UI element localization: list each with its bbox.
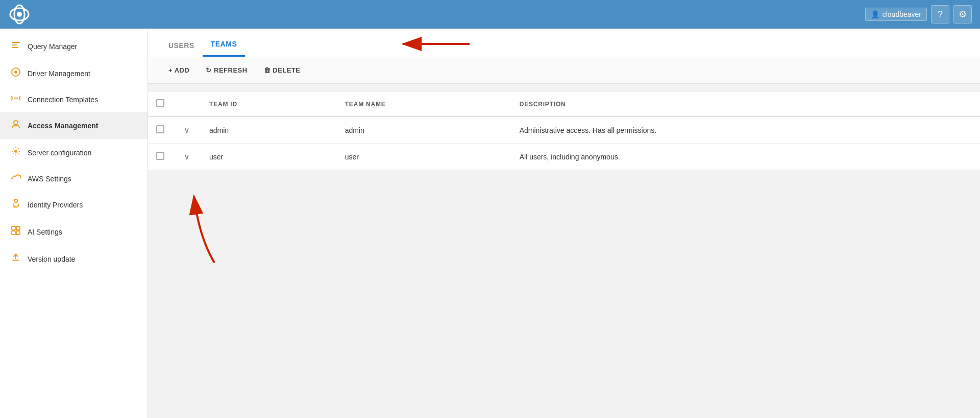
user-menu-button[interactable]: 👤 cloudbeaver (865, 8, 927, 21)
tab-teams-label: TEAMS (211, 40, 237, 48)
sidebar-item-label-access-management: Access Management (28, 122, 99, 130)
expand-chevron-admin[interactable]: ∨ (181, 124, 193, 136)
teams-table: TEAM ID TEAM NAME DESCRIPTION (148, 92, 980, 170)
sidebar-item-label-aws-settings: AWS Settings (28, 175, 71, 183)
logo (8, 3, 31, 26)
toolbar: + ADD ↻ REFRESH 🗑 DELETE (148, 57, 980, 84)
col-header-expand (173, 92, 201, 117)
settings-button[interactable]: ⚙ (953, 5, 972, 24)
sidebar-item-label-connection-templates: Connection Templates (28, 96, 98, 104)
delete-button[interactable]: 🗑 DELETE (256, 62, 309, 78)
access-management-icon (10, 119, 21, 132)
row-check-admin[interactable] (148, 117, 173, 144)
svg-rect-16 (12, 260, 19, 261)
svg-rect-12 (12, 226, 15, 230)
sidebar-item-identity-providers[interactable]: Identity Providers (0, 191, 148, 218)
sidebar-item-connection-templates[interactable]: Connection Templates (0, 87, 148, 112)
refresh-button[interactable]: ↻ REFRESH (198, 62, 255, 78)
table-row: ∨ admin admin Administrative access. Has… (148, 117, 980, 144)
ai-settings-icon (10, 225, 21, 238)
svg-point-11 (14, 199, 17, 202)
driver-management-icon (10, 67, 21, 80)
row-team-name-user: user (337, 144, 511, 170)
server-configuration-icon (10, 146, 21, 159)
col-header-description: DESCRIPTION (511, 92, 980, 117)
row-checkbox-user[interactable] (156, 152, 164, 160)
svg-rect-4 (12, 44, 17, 45)
row-description-admin: Administrative access. Has all permissio… (511, 117, 980, 144)
sidebar-item-driver-management[interactable]: Driver Management (0, 60, 148, 87)
layout: Query Manager Driver Management Connecti… (0, 29, 980, 418)
svg-rect-15 (16, 231, 20, 235)
logo-icon (8, 3, 31, 26)
sidebar-item-version-update[interactable]: Version update (0, 245, 148, 272)
version-update-icon (10, 252, 21, 265)
annotation-arrow-chevron (179, 186, 240, 270)
row-team-id-admin: admin (201, 117, 337, 144)
add-button[interactable]: + ADD (160, 62, 198, 78)
sidebar-item-label-version-update: Version update (28, 255, 75, 263)
select-all-checkbox[interactable] (156, 99, 164, 107)
header: 👤 cloudbeaver ? ⚙ (0, 0, 980, 29)
tab-teams[interactable]: TEAMS (203, 40, 246, 57)
svg-point-9 (14, 121, 18, 125)
svg-point-10 (14, 150, 17, 153)
row-checkbox-admin[interactable] (156, 125, 164, 133)
sidebar-item-server-configuration[interactable]: Server configuration (0, 139, 148, 166)
row-expand-user[interactable]: ∨ (173, 144, 201, 170)
row-check-user[interactable] (148, 144, 173, 170)
refresh-button-label: ↻ REFRESH (206, 66, 247, 74)
svg-rect-13 (16, 226, 20, 230)
svg-rect-14 (12, 231, 15, 235)
sidebar-item-label-server-configuration: Server configuration (28, 149, 91, 157)
table-area: TEAM ID TEAM NAME DESCRIPTION (148, 84, 980, 418)
tab-users-label: USERS (168, 41, 194, 50)
sidebar-item-access-management[interactable]: Access Management (0, 112, 148, 139)
aws-settings-icon (10, 173, 21, 184)
tabs-bar: USERS TEAMS (148, 29, 980, 57)
svg-point-7 (14, 71, 17, 74)
table-row: ∨ user user All users, including anonymo… (148, 144, 980, 170)
row-team-id-user: user (201, 144, 337, 170)
col-header-check (148, 92, 173, 117)
sidebar-item-label-identity-providers: Identity Providers (28, 201, 83, 209)
tab-users[interactable]: USERS (160, 41, 203, 57)
identity-providers-icon (10, 198, 21, 211)
col-header-team-id: TEAM ID (201, 92, 337, 117)
expand-chevron-user[interactable]: ∨ (181, 151, 193, 162)
connection-templates-icon (10, 94, 21, 105)
main-content: USERS TEAMS + ADD (148, 29, 980, 418)
header-right: 👤 cloudbeaver ? ⚙ (865, 5, 972, 24)
svg-point-2 (17, 12, 22, 17)
help-button[interactable]: ? (931, 5, 949, 24)
row-team-name-admin: admin (337, 117, 511, 144)
add-button-label: + ADD (168, 66, 189, 74)
sidebar-item-ai-settings[interactable]: AI Settings (0, 218, 148, 245)
row-description-user: All users, including anonymous. (511, 144, 980, 170)
sidebar-item-label-ai-settings: AI Settings (28, 228, 62, 236)
user-icon: 👤 (871, 10, 879, 18)
row-expand-admin[interactable]: ∨ (173, 117, 201, 144)
username-label: cloudbeaver (883, 10, 921, 18)
svg-rect-3 (12, 42, 20, 43)
sidebar-item-aws-settings[interactable]: AWS Settings (0, 166, 148, 191)
sidebar-item-query-manager[interactable]: Query Manager (0, 33, 148, 60)
annotation-arrow-teams (393, 34, 475, 56)
sidebar: Query Manager Driver Management Connecti… (0, 29, 148, 418)
help-icon: ? (938, 9, 943, 20)
delete-button-label: 🗑 DELETE (264, 66, 301, 74)
query-manager-icon (10, 40, 21, 53)
svg-rect-5 (12, 47, 18, 48)
col-header-team-name: TEAM NAME (337, 92, 511, 117)
sidebar-item-label-driver-management: Driver Management (28, 69, 90, 78)
gear-icon: ⚙ (959, 9, 967, 20)
sidebar-item-label-query-manager: Query Manager (28, 42, 77, 51)
